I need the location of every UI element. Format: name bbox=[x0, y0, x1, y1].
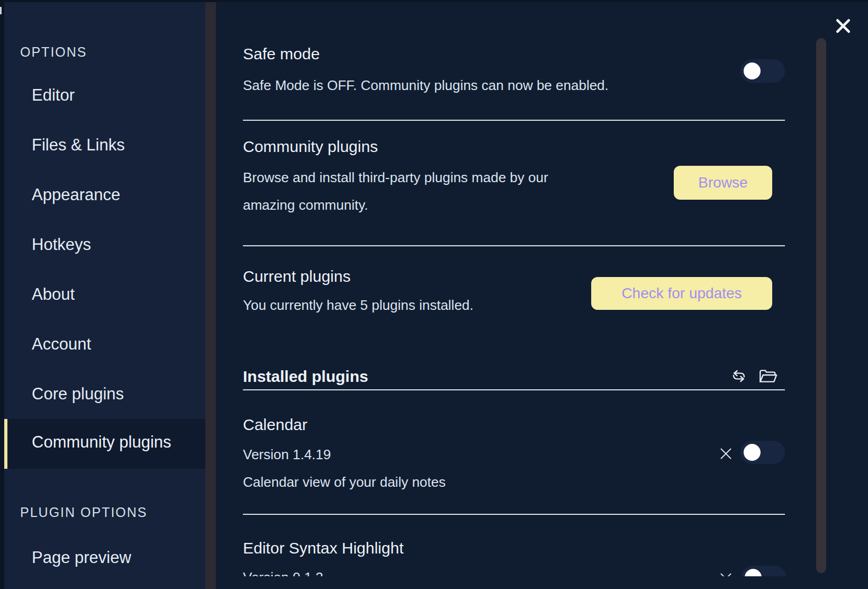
plugin-esh-toggle[interactable] bbox=[742, 566, 786, 576]
plugin-calendar-name: Calendar bbox=[243, 416, 308, 434]
sidebar-item-account[interactable]: Account bbox=[32, 335, 91, 354]
settings-content: Safe mode Safe Mode is OFF. Community pl… bbox=[216, 2, 868, 589]
sidebar-item-community-plugins[interactable]: Community plugins bbox=[4, 419, 205, 469]
sidebar-item-files-links[interactable]: Files & Links bbox=[32, 136, 125, 155]
safe-mode-toggle[interactable] bbox=[740, 59, 785, 83]
sync-icon[interactable] bbox=[730, 368, 747, 385]
plugin-calendar-version: Version 1.4.19 bbox=[243, 441, 331, 468]
plugin-calendar-description: Calendar view of your daily notes bbox=[243, 468, 446, 496]
divider bbox=[243, 389, 785, 390]
settings-modal: OPTIONS Editor Files & Links Appearance … bbox=[4, 2, 868, 589]
settings-scroll-area: Safe mode Safe Mode is OFF. Community pl… bbox=[216, 2, 868, 576]
background-app-sliver bbox=[0, 7, 2, 14]
sidebar-scrollbar[interactable] bbox=[205, 2, 216, 589]
sidebar-item-about[interactable]: About bbox=[32, 285, 75, 304]
close-icon[interactable] bbox=[835, 17, 852, 34]
sidebar-section-plugin-options: PLUGIN OPTIONS bbox=[20, 505, 148, 520]
safe-mode-description: Safe Mode is OFF. Community plugins can … bbox=[243, 72, 609, 99]
plugin-calendar-toggle[interactable] bbox=[740, 441, 785, 464]
toggle-knob bbox=[745, 569, 762, 576]
uninstall-icon[interactable] bbox=[719, 572, 733, 576]
selected-accent-bar bbox=[4, 419, 7, 469]
sidebar-item-label: Community plugins bbox=[32, 433, 171, 452]
toggle-knob bbox=[744, 63, 761, 79]
sidebar-item-editor[interactable]: Editor bbox=[32, 86, 75, 105]
folder-icon[interactable] bbox=[758, 368, 778, 385]
sidebar-item-page-preview[interactable]: Page preview bbox=[32, 548, 131, 567]
toggle-knob bbox=[744, 444, 761, 461]
sidebar-item-core-plugins[interactable]: Core plugins bbox=[32, 385, 124, 404]
community-plugins-title: Community plugins bbox=[243, 138, 378, 156]
current-plugins-title: Current plugins bbox=[243, 267, 350, 285]
divider bbox=[243, 245, 785, 246]
installed-plugins-heading: Installed plugins bbox=[243, 368, 368, 386]
sidebar-item-hotkeys[interactable]: Hotkeys bbox=[32, 235, 91, 254]
uninstall-icon[interactable] bbox=[719, 447, 733, 461]
divider bbox=[243, 514, 785, 515]
plugin-esh-version: Version 0.1.3 bbox=[243, 564, 323, 576]
sidebar-item-appearance[interactable]: Appearance bbox=[32, 185, 120, 204]
settings-sidebar: OPTIONS Editor Files & Links Appearance … bbox=[4, 2, 205, 589]
plugin-esh-name: Editor Syntax Highlight bbox=[243, 539, 404, 557]
content-scrollbar[interactable] bbox=[816, 38, 826, 573]
check-for-updates-button[interactable]: Check for updates bbox=[591, 277, 772, 310]
community-plugins-description: Browse and install third-party plugins m… bbox=[243, 164, 582, 219]
safe-mode-title: Safe mode bbox=[243, 45, 320, 63]
current-plugins-description: You currently have 5 plugins installed. bbox=[243, 291, 474, 319]
browse-button[interactable]: Browse bbox=[674, 166, 772, 200]
divider bbox=[243, 120, 785, 121]
sidebar-section-options: OPTIONS bbox=[20, 44, 87, 60]
